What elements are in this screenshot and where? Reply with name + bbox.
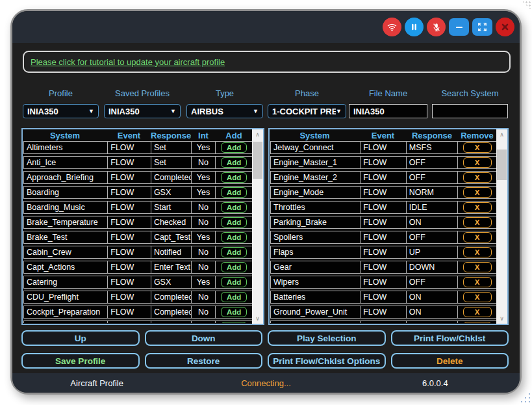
remove-button[interactable]: X — [463, 217, 492, 228]
print-flow-chklst-button[interactable]: Print Flow/Chklst — [391, 330, 509, 346]
table-row: FlapsFLOWUPX — [270, 246, 497, 259]
save-profile-button[interactable]: Save Profile — [21, 353, 140, 369]
cell-int: No — [192, 157, 216, 168]
cell-event: FLOW — [108, 276, 151, 288]
remove-button[interactable]: X — [463, 262, 492, 272]
remove-button[interactable] — [463, 322, 492, 323]
cell-event: FLOW — [361, 276, 407, 288]
cell-system — [271, 321, 361, 323]
add-button[interactable]: Add — [221, 142, 247, 153]
cell-response: IDLE — [407, 202, 459, 213]
cell-system: Throttles — [271, 202, 361, 213]
remove-button[interactable]: X — [463, 232, 492, 242]
cell-event: FLOW — [108, 246, 151, 258]
remove-button[interactable]: X — [463, 277, 492, 287]
cell-response: Enter Text — [151, 261, 192, 273]
remove-button[interactable]: X — [463, 307, 492, 317]
remove-button[interactable]: X — [463, 187, 492, 198]
remove-button[interactable]: X — [463, 202, 492, 213]
tutorial-banner: Please click for tutorial to update your… — [23, 51, 511, 73]
table-row: Engine_Master_2FLOWOFFX — [270, 171, 497, 184]
file-name-input[interactable] — [349, 104, 427, 118]
add-button[interactable]: Add — [221, 202, 247, 213]
cell-event: FLOW — [361, 261, 407, 273]
down-button[interactable]: Down — [145, 330, 263, 346]
scroll-up-icon[interactable]: ∧ — [252, 129, 263, 140]
add-button[interactable]: Add — [221, 187, 247, 198]
remove-button[interactable]: X — [463, 142, 492, 153]
add-button[interactable] — [221, 322, 247, 323]
phase-dropdown-value: 1-COCKPIT PREPAI — [272, 107, 336, 116]
mic-muted-icon[interactable] — [427, 18, 446, 36]
saved-profiles-dropdown-value: INIA350 — [108, 107, 170, 116]
add-button[interactable]: Add — [221, 217, 247, 228]
action-buttons-row-1: UpDownPlay SelectionPrint Flow/Chklst — [21, 330, 509, 346]
scrollbar-thumb[interactable] — [497, 150, 507, 180]
play-selection-button[interactable]: Play Selection — [268, 330, 386, 346]
cell-system: CDU_Preflight — [24, 291, 108, 303]
cell-action: X — [458, 261, 496, 273]
search-system-input[interactable] — [432, 104, 508, 118]
table-row: Ground_Power_UnitFLOWONX — [270, 306, 497, 319]
add-button[interactable]: Add — [221, 172, 247, 183]
cell-response: ON — [407, 306, 459, 318]
cell-action — [216, 321, 252, 323]
saved-profiles-dropdown[interactable]: INIA350 ▼ — [104, 104, 181, 118]
cell-action: Add — [216, 142, 252, 153]
remove-button[interactable]: X — [463, 172, 492, 183]
minimize-icon[interactable] — [449, 18, 469, 36]
cell-response: Set — [151, 142, 192, 153]
cell-response: Completed — [151, 306, 192, 318]
desktop-background: Please click for tutorial to update your… — [0, 0, 532, 405]
cell-int: No — [192, 306, 216, 318]
cell-int: No — [192, 216, 216, 228]
remove-button[interactable]: X — [463, 157, 492, 168]
cell-int: Yes — [192, 276, 216, 288]
column-header-event: Event — [360, 131, 406, 140]
add-button[interactable]: Add — [221, 292, 247, 302]
add-button[interactable]: Add — [221, 157, 247, 168]
restore-button[interactable]: Restore — [145, 353, 263, 369]
cell-event: FLOW — [108, 187, 151, 198]
chevron-down-icon: ▼ — [253, 108, 259, 114]
cell-system: Brake_Test — [24, 231, 108, 243]
delete-button[interactable]: Delete — [391, 353, 509, 369]
print-flow-chklst-options-button[interactable]: Print Flow/Chklst Options — [268, 353, 386, 369]
resize-grip-top-right[interactable] — [522, 1, 531, 10]
wifi-icon[interactable] — [383, 18, 401, 36]
add-button[interactable]: Add — [221, 247, 247, 257]
close-icon[interactable] — [496, 18, 514, 36]
profile-dropdown[interactable]: INIA350 ▼ — [23, 104, 99, 118]
cell-action: Add — [216, 261, 252, 273]
cell-system: Gear — [271, 261, 361, 273]
type-dropdown[interactable]: AIRBUS ▼ — [186, 104, 263, 118]
cell-system: Altimeters — [24, 142, 108, 153]
field-label-profile: Profile — [23, 88, 99, 99]
scroll-down-icon[interactable]: ∨ — [496, 313, 507, 324]
add-button[interactable]: Add — [221, 277, 247, 287]
add-button[interactable]: Add — [221, 262, 247, 272]
maximize-icon[interactable] — [472, 18, 492, 36]
add-button[interactable]: Add — [221, 307, 247, 317]
phase-dropdown[interactable]: 1-COCKPIT PREPAI ▼ — [268, 104, 346, 118]
table-row: Cockpit_PreparationFLOWCompletedNoAdd — [23, 306, 253, 319]
up-button[interactable]: Up — [21, 330, 140, 346]
add-button[interactable]: Add — [221, 232, 247, 242]
scrollbar-thumb[interactable] — [253, 142, 262, 179]
cell-event: FLOW — [361, 216, 407, 228]
cell-action: X — [458, 291, 496, 303]
remove-button[interactable]: X — [463, 247, 492, 257]
tutorial-link[interactable]: Please click for tutorial to update your… — [31, 57, 225, 67]
pause-icon[interactable] — [405, 18, 424, 36]
right-table-scrollbar[interactable]: ∧ ∨ — [496, 129, 507, 324]
left-table-scrollbar[interactable]: ∧ ∨ — [252, 129, 263, 324]
cell-action: Add — [216, 172, 252, 183]
cell-event: FLOW — [361, 202, 407, 213]
remove-button[interactable]: X — [463, 292, 492, 302]
scroll-down-icon[interactable]: ∨ — [252, 313, 263, 324]
resize-grip-bottom-right[interactable] — [518, 390, 531, 404]
cell-response: Completed — [151, 172, 192, 183]
statusbar-connection-status: Connecting... — [181, 378, 350, 388]
scroll-up-icon[interactable]: ∧ — [496, 129, 507, 140]
cell-system: Engine_Master_1 — [271, 157, 361, 168]
